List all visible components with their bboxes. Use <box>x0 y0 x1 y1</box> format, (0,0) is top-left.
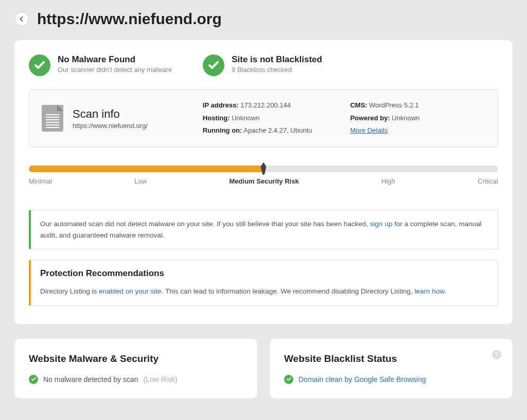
hosting-value: Unknown <box>232 114 259 122</box>
risk-labels: MinimalLowMedium Security RiskHighCritic… <box>29 177 498 185</box>
powered-label: Powered by: <box>350 114 390 122</box>
check-icon <box>29 54 50 76</box>
arrow-left-icon <box>19 16 25 22</box>
scan-info-box: Scan info https://www.niefuend.org/ IP a… <box>29 89 498 147</box>
risk-label: Critical <box>478 177 498 185</box>
blacklist-status-card: ? Website Blacklist Status Domain clean … <box>270 339 513 398</box>
scan-info-url: https://www.niefuend.org/ <box>73 122 148 130</box>
blacklist-check-item: Domain clean by Google Safe Browsing <box>284 375 498 384</box>
risk-bar: MinimalLowMedium Security RiskHighCritic… <box>29 166 498 185</box>
check-icon <box>203 54 224 76</box>
risk-bar-fill <box>29 166 264 172</box>
ip-value: 173.212.200.144 <box>240 101 291 109</box>
malware-card-heading: Website Malware & Security <box>29 353 243 364</box>
check-icon <box>284 375 293 384</box>
rec-text: Directory Listing is <box>40 287 99 295</box>
status-malware-title: No Malware Found <box>58 54 172 65</box>
check-icon <box>29 375 38 384</box>
status-malware-subtitle: Our scanner didn't detect any malware <box>58 66 172 74</box>
learn-how-link[interactable]: learn how <box>414 287 444 295</box>
recommendations-box: Protection Recommendations Directory Lis… <box>29 260 498 306</box>
malware-item-risk: (Low Risk) <box>143 375 177 384</box>
cms-value: WordPress 5.2.1 <box>369 101 419 109</box>
risk-label: Low <box>134 177 147 185</box>
rec-text-mid: This can lead to information leakage. We… <box>163 287 414 295</box>
risk-label: High <box>381 177 395 185</box>
status-blacklist: Site is not Blacklisted 9 Blacklists che… <box>203 54 322 76</box>
risk-label: Minimal <box>29 177 52 185</box>
info-col-server: IP address: 173.212.200.144 Hosting: Unk… <box>203 99 338 137</box>
status-malware: No Malware Found Our scanner didn't dete… <box>29 54 172 76</box>
running-value: Apache 2.4.27, Ubuntu <box>243 126 312 134</box>
alert-text: Our automated scan did not detect malwar… <box>40 220 370 228</box>
info-col-tech: CMS: WordPress 5.2.1 Powered by: Unknown… <box>350 99 485 137</box>
risk-label: Medium Security Risk <box>230 177 299 185</box>
back-button[interactable] <box>14 12 29 26</box>
more-details-link[interactable]: More Details <box>350 126 388 134</box>
page-header: https://www.niefuend.org <box>0 0 527 40</box>
running-label: Running on: <box>203 126 242 134</box>
directory-listing-link[interactable]: enabled on your site. <box>99 287 163 295</box>
ip-label: IP address: <box>203 101 239 109</box>
signup-link[interactable]: sign up <box>370 220 393 228</box>
rec-text-after: . <box>444 287 446 295</box>
malware-item-text: No malware detected by scan <box>43 375 138 384</box>
page-title: https://www.niefuend.org <box>37 10 222 28</box>
blacklist-card-heading: Website Blacklist Status <box>284 353 498 364</box>
status-blacklist-title: Site is not Blacklisted <box>232 54 322 65</box>
blacklist-item-link[interactable]: Domain clean by Google Safe Browsing <box>298 375 426 384</box>
powered-value: Unknown <box>392 114 419 122</box>
status-row: No Malware Found Our scanner didn't dete… <box>29 54 498 76</box>
recommendations-heading: Protection Recommendations <box>40 268 488 279</box>
document-icon <box>42 105 63 132</box>
scan-info-title: Scan info <box>73 107 148 121</box>
help-icon[interactable]: ? <box>492 350 501 359</box>
cms-label: CMS: <box>350 101 367 109</box>
malware-check-item: No malware detected by scan (Low Risk) <box>29 375 243 384</box>
hosting-label: Hosting: <box>203 114 230 122</box>
malware-security-card: Website Malware & Security No malware de… <box>14 339 257 398</box>
risk-marker-icon <box>260 162 267 175</box>
main-card: No Malware Found Our scanner didn't dete… <box>14 40 513 324</box>
scan-alert: Our automated scan did not detect malwar… <box>29 210 498 249</box>
bottom-row: Website Malware & Security No malware de… <box>0 339 527 398</box>
status-blacklist-subtitle: 9 Blacklists checked <box>232 66 322 74</box>
